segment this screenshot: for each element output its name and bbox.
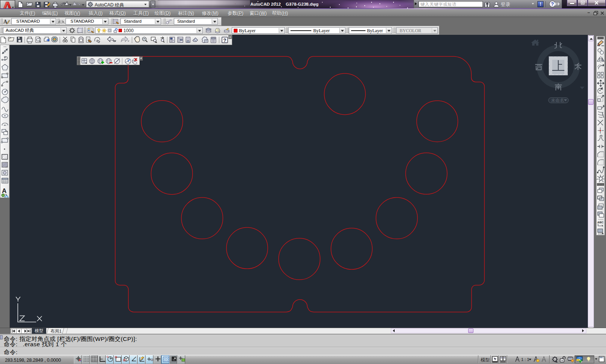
svg-text:1 : 1: 1 : 1: [521, 357, 529, 362]
svg-text:?: ?: [223, 37, 226, 43]
svg-text:ABC: ABC: [597, 221, 604, 224]
svg-text:未命名: 未命名: [551, 98, 564, 103]
svg-text:A: A: [2, 187, 6, 194]
